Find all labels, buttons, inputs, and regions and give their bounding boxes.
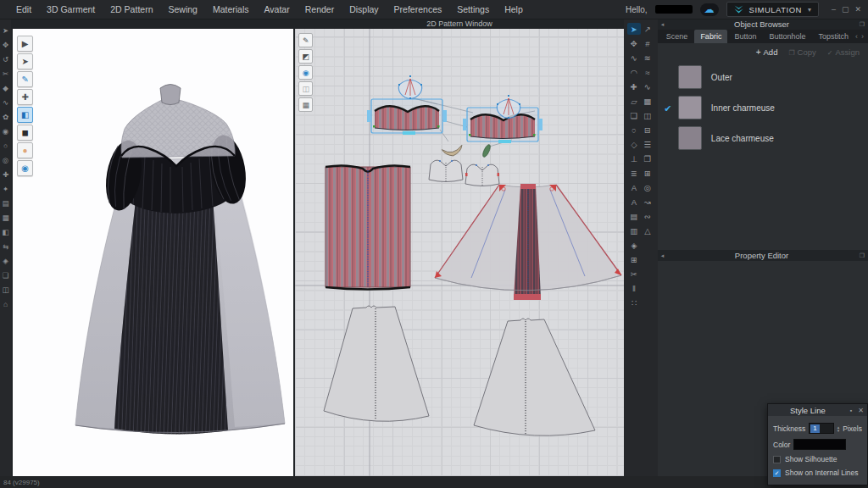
circle-tool-icon[interactable]: ○ xyxy=(627,124,641,136)
wave-sew-icon[interactable]: ↝ xyxy=(641,196,654,208)
menu-render[interactable]: Render xyxy=(298,0,342,19)
pattern-2d-canvas[interactable]: ✎◩◉◫▦ xyxy=(295,29,624,476)
tab-scene[interactable]: Scene xyxy=(660,30,694,43)
show-silhouette-checkbox[interactable] xyxy=(773,456,781,463)
close-button[interactable] xyxy=(854,6,861,14)
multi-segment-sew-icon[interactable]: ≈ xyxy=(641,66,654,78)
sync-2d-icon[interactable]: ◉ xyxy=(298,65,313,80)
fabric-strain-icon[interactable]: ◫ xyxy=(641,109,654,121)
show-internal-lines-option[interactable]: Show on Internal Lines xyxy=(773,469,862,477)
pattern-piece-skirt-panel-right[interactable] xyxy=(474,319,595,435)
sew-direction-icon[interactable]: ∿ xyxy=(641,80,654,92)
menu-help[interactable]: Help xyxy=(497,0,531,19)
panel-icon[interactable]: ◫ xyxy=(1,285,11,295)
annotation-tool-icon[interactable]: A xyxy=(627,196,641,208)
avatar-edit-icon[interactable]: ◆ xyxy=(1,83,11,93)
pattern-piece-green-strip[interactable] xyxy=(481,143,492,158)
cut-sew-icon[interactable]: ✂ xyxy=(627,268,641,280)
style-line-titlebar[interactable]: Style Line xyxy=(768,404,867,416)
pin-icon[interactable]: ✚ xyxy=(17,89,33,105)
tab-scroll-left-icon[interactable] xyxy=(855,32,858,41)
thickness-input[interactable]: 1 xyxy=(809,423,834,434)
minimize-button[interactable] xyxy=(832,6,836,14)
tape-measure-icon[interactable]: ∿ xyxy=(1,97,11,108)
sync-3d-icon[interactable]: ◉ xyxy=(17,160,33,176)
add-fabric-button[interactable]: Add xyxy=(756,47,778,57)
fabric-swatch[interactable] xyxy=(678,96,702,119)
show-avatar-icon[interactable]: ● xyxy=(17,142,33,158)
pattern-piece-bodice-front-selected[interactable] xyxy=(367,99,447,135)
edit-pattern-2d-icon[interactable]: ✎ xyxy=(298,33,313,47)
simulation-dropdown[interactable]: SIMULATION ▾ xyxy=(726,2,819,17)
ring-icon[interactable]: ○ xyxy=(1,141,11,151)
fabric-swatch[interactable] xyxy=(678,65,702,89)
show-sewing-icon[interactable]: ◫ xyxy=(298,81,313,96)
dart-tool-icon[interactable]: ◇ xyxy=(627,138,641,150)
close-icon[interactable] xyxy=(854,407,867,414)
tab-topstitch[interactable]: Topstitch xyxy=(812,30,854,43)
menu-sewing[interactable]: Sewing xyxy=(160,0,204,19)
popout-icon[interactable] xyxy=(856,252,868,259)
half-shade-icon[interactable]: ◧ xyxy=(1,227,11,237)
menu-materials[interactable]: Materials xyxy=(205,0,257,19)
measure-2d-icon[interactable]: ∷ xyxy=(627,297,641,308)
segment-sew-icon[interactable]: # xyxy=(641,37,654,49)
text-tool-icon[interactable]: A xyxy=(627,181,641,193)
pattern-piece-center-panel[interactable] xyxy=(326,165,410,289)
copy-pattern-icon[interactable]: ❐ xyxy=(641,152,654,164)
color-swatch[interactable] xyxy=(793,439,846,450)
edit-curve-point-icon[interactable]: ◠ xyxy=(627,66,641,78)
layers-icon[interactable]: ▤ xyxy=(1,198,11,208)
copy-fabric-button[interactable]: Copy xyxy=(788,47,815,57)
pattern-piece-sleeve-cap-left[interactable] xyxy=(398,75,422,99)
fold-icon[interactable]: ◈ xyxy=(1,256,11,266)
fold-arrangement-icon[interactable]: ◈ xyxy=(627,239,641,251)
tab-buttonhole[interactable]: Buttonhole xyxy=(763,30,811,43)
fabric-row-lace-charmeuse[interactable]: Lace charmeuse xyxy=(658,123,868,153)
transform-pattern-icon[interactable]: ➤ xyxy=(627,23,641,35)
menu-preferences[interactable]: Preferences xyxy=(387,0,450,19)
detail-grid-icon[interactable]: ▦ xyxy=(641,95,654,107)
menu-display[interactable]: Display xyxy=(342,0,386,19)
menu-edit[interactable]: Edit xyxy=(8,0,39,19)
seam-allowance-icon[interactable]: ≣ xyxy=(627,167,641,179)
pattern-piece-sleeve-cap-right[interactable] xyxy=(497,95,520,119)
flower-pose-icon[interactable]: ✿ xyxy=(1,112,11,122)
home-icon[interactable]: ⌂ xyxy=(1,299,11,309)
menu-3d-garment[interactable]: 3D Garment xyxy=(39,0,103,19)
move-gizmo-icon[interactable]: ✥ xyxy=(1,40,11,50)
fabric-row-outer[interactable]: Outer xyxy=(658,62,868,92)
menu-avatar[interactable]: Avatar xyxy=(257,0,298,19)
thickness-stepper[interactable] xyxy=(837,425,840,432)
fabric-row-inner-charmeuse[interactable]: Inner charmeuse xyxy=(658,92,868,123)
collapse-arrow-icon[interactable] xyxy=(658,21,668,28)
pattern-piece-skirt-panel-left[interactable] xyxy=(324,306,429,421)
select-tool-icon[interactable]: ➤ xyxy=(1,25,11,36)
sphere-icon[interactable]: ◉ xyxy=(1,126,11,136)
zipper-tool-icon[interactable]: ‖ xyxy=(627,282,641,294)
edit-pattern-icon[interactable]: ✥ xyxy=(627,37,641,49)
pan-view-icon[interactable]: ↗ xyxy=(641,23,654,35)
round-tool-icon[interactable]: ◎ xyxy=(641,181,654,193)
popout-icon[interactable] xyxy=(856,21,868,28)
grading-icon[interactable]: ▤ xyxy=(627,210,641,222)
menu-settings[interactable]: Settings xyxy=(449,0,497,19)
darken-fabric-icon[interactable]: ◼ xyxy=(17,125,33,141)
spline-icon[interactable]: ∾ xyxy=(641,210,654,222)
select-mesh-icon[interactable]: ◧ xyxy=(17,107,33,123)
pattern-piece-bodice-back-small[interactable] xyxy=(465,164,499,186)
pin-brush-icon[interactable]: ✎ xyxy=(17,71,33,87)
box-icon[interactable]: ❏ xyxy=(1,270,11,280)
tab-scroll-right-icon[interactable] xyxy=(861,32,864,41)
sparkle-icon[interactable]: ✦ xyxy=(1,184,11,194)
garment-dress[interactable] xyxy=(13,29,293,476)
rotate-gizmo-icon[interactable]: ↺ xyxy=(1,54,11,64)
cloud-sync-icon[interactable] xyxy=(700,3,719,16)
pattern-piece-skirt-front[interactable] xyxy=(435,184,621,300)
show-internal-lines-checkbox[interactable] xyxy=(773,469,781,477)
swap-icon[interactable]: ⇆ xyxy=(1,241,11,252)
assign-fabric-button[interactable]: Assign xyxy=(827,47,860,57)
triangle-tool-icon[interactable]: △ xyxy=(641,225,654,236)
pattern-piece-bodice-front-small[interactable] xyxy=(429,160,463,182)
menu-2d-pattern[interactable]: 2D Pattern xyxy=(103,0,160,19)
